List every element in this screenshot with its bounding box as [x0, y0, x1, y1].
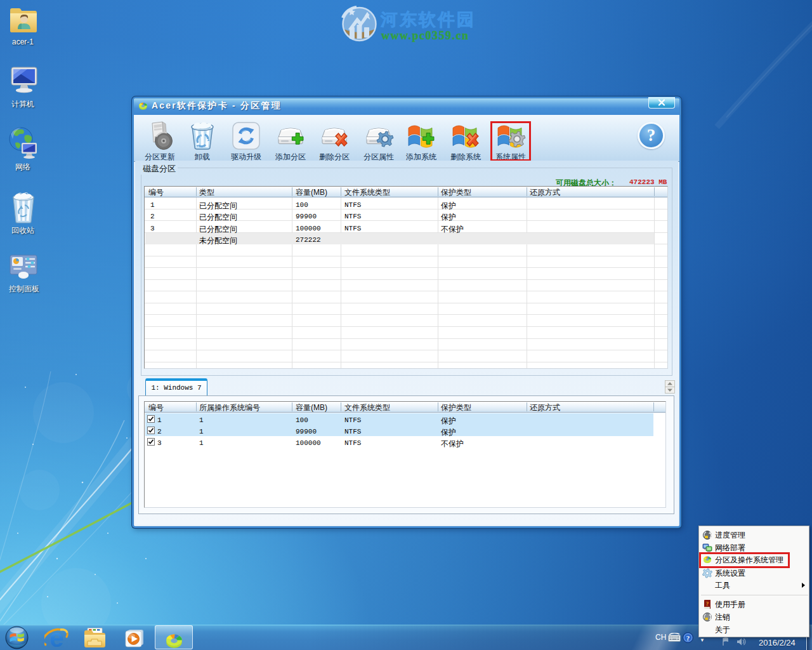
svg-text:?: ? [706, 600, 709, 607]
svg-text:?: ? [686, 634, 690, 642]
